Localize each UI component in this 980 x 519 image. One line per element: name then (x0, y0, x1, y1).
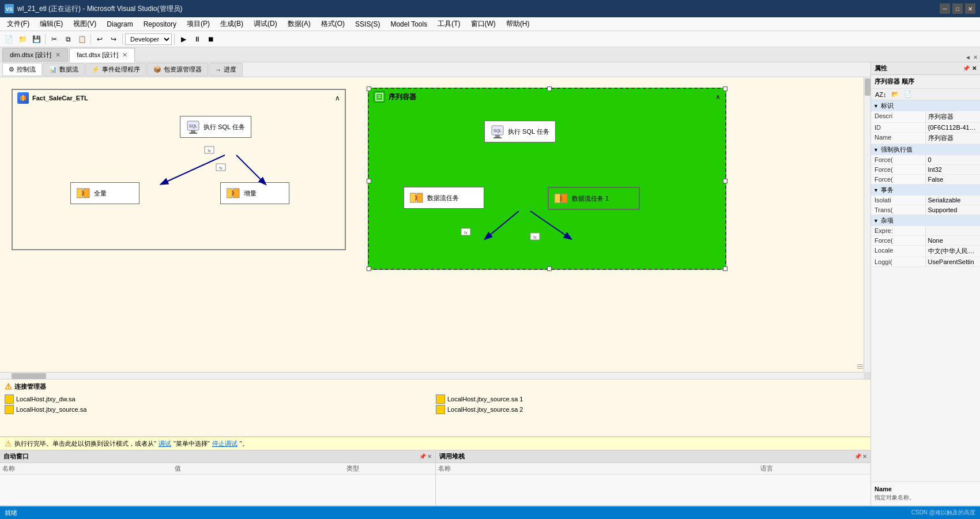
right-dataflow2-task[interactable]: 数据流任务 1 (548, 187, 640, 210)
menu-file[interactable]: 文件(F) (2, 18, 34, 30)
scrollbar-thumb-v[interactable] (865, 78, 870, 96)
stop-button[interactable]: ⏹ (205, 33, 217, 46)
call-table-header: 名称 语言 (436, 463, 871, 475)
forcenone-value: None (926, 236, 981, 245)
resize-handle-ml[interactable] (367, 179, 371, 183)
canvas-scrollbar-v[interactable] (864, 77, 870, 372)
scrollbar-thumb-h[interactable] (12, 373, 46, 379)
left-flow-container[interactable]: Fact_SaleCar_ETL ∧ SQL (12, 89, 346, 250)
menu-ssis[interactable]: SSIS(S) (350, 19, 385, 29)
menu-build[interactable]: 生成(B) (216, 18, 248, 30)
resize-handle-tl[interactable] (367, 86, 371, 91)
canvas-scrollbar-h[interactable] (0, 372, 864, 379)
menu-edit[interactable]: 编辑(E) (35, 18, 67, 30)
props-section-force[interactable]: ▼ 强制执行值 (871, 144, 980, 155)
maximize-button[interactable]: □ (952, 3, 963, 14)
auto-pin-button[interactable]: 📌 (419, 453, 426, 460)
resize-handle-mr[interactable] (723, 179, 728, 183)
copy-button[interactable]: ⧉ (62, 33, 74, 46)
right-container-header: 序列容器 ∧ (369, 89, 725, 105)
props-close[interactable]: ✕ (972, 65, 977, 72)
cut-button[interactable]: ✂ (48, 33, 61, 46)
id-key: ID (871, 123, 926, 132)
menu-repository[interactable]: Repository (139, 19, 181, 29)
minimize-button[interactable]: ─ (940, 3, 950, 14)
window-title: wl_21_etl (正在运行) - Microsoft Visual Stud… (17, 4, 183, 14)
menu-view[interactable]: 视图(V) (69, 18, 101, 30)
close-button[interactable]: ✕ (965, 3, 975, 14)
save-button[interactable]: 💾 (30, 33, 43, 46)
right-sql-task[interactable]: SQL 执行 SQL 任务 (484, 121, 556, 142)
resize-handle-tm[interactable] (547, 86, 552, 91)
props-property-pages[interactable]: 📄 (902, 90, 914, 99)
menu-format[interactable]: 格式(O) (316, 18, 349, 30)
undo-button[interactable]: ↩ (93, 33, 106, 46)
menu-help[interactable]: 帮助(H) (502, 18, 534, 30)
auto-window-content (0, 475, 435, 505)
logging-key: Loggi( (871, 257, 926, 266)
doc-tab-fact[interactable]: fact.dtsx [设计] ✕ (69, 48, 135, 62)
redo-button[interactable]: ↪ (107, 33, 120, 46)
configuration-dropdown[interactable]: Developer (125, 33, 172, 45)
info-link-stop[interactable]: 停止调试 (212, 439, 238, 448)
doc-tab-close-all[interactable]: ✕ (973, 54, 978, 61)
paste-button[interactable]: 📋 (76, 33, 88, 46)
conn-item-0: LocalHost.jtxy_dw.sa (5, 394, 435, 404)
props-sort-cat[interactable]: 📂 (889, 90, 901, 99)
right-flow-container[interactable]: 序列容器 ∧ SQL (368, 88, 726, 270)
left-quanliang-task[interactable]: 全量 (70, 182, 140, 204)
right-container-collapse[interactable]: ∧ (715, 93, 721, 101)
doc-tab-dim[interactable]: dim.dtsx [设计] ✕ (2, 48, 68, 62)
doc-close-fact[interactable]: ✕ (122, 51, 127, 58)
dataflow-icon: 📊 (49, 66, 57, 73)
menu-project[interactable]: 项目(P) (182, 18, 214, 30)
descri-key: Descri (871, 111, 926, 122)
left-zengliang-task[interactable]: 增量 (220, 182, 289, 204)
menu-tools[interactable]: 工具(T) (433, 18, 465, 30)
design-tab-pkgexplorer[interactable]: 📦 包资源管理器 (147, 63, 208, 76)
zengliang-icon (227, 186, 240, 200)
open-button[interactable]: 📁 (16, 33, 29, 46)
zengliang-label: 增量 (244, 189, 257, 198)
menu-modeltools[interactable]: Model Tools (386, 19, 432, 29)
dataflow2-label: 数据流任务 1 (572, 194, 609, 203)
props-sort-az[interactable]: AZ↕ (873, 90, 888, 99)
name-value: 序列容器 (926, 133, 981, 144)
right-dataflow1-task[interactable]: 数据流任务 (404, 187, 484, 209)
watermark: CSDN @难以触及的高度 (911, 509, 975, 517)
run-button[interactable]: ▶ (177, 33, 190, 46)
svg-rect-21 (77, 189, 82, 198)
doc-close-dim[interactable]: ✕ (55, 51, 61, 58)
call-pin-button[interactable]: 📌 (854, 453, 861, 460)
design-tab-eventhandler[interactable]: ⚡ 事件处理程序 (85, 63, 146, 76)
new-button[interactable]: 📄 (2, 33, 15, 46)
auto-close-button[interactable]: ✕ (427, 453, 432, 460)
info-link-debug[interactable]: 调试 (159, 439, 171, 448)
resize-handle-bm[interactable] (547, 266, 552, 271)
resize-handle-tr[interactable] (723, 86, 728, 91)
left-container-collapse[interactable]: ∧ (335, 94, 340, 102)
design-tab-progress[interactable]: → 进度 (209, 63, 243, 76)
props-section-identity[interactable]: ▼ 标识 (871, 100, 980, 111)
menu-diagram[interactable]: Diagram (102, 19, 137, 29)
menu-data[interactable]: 数据(A) (283, 18, 315, 30)
call-close-button[interactable]: ✕ (862, 453, 867, 460)
resize-handle-bl[interactable] (367, 266, 371, 271)
props-section-misc[interactable]: ▼ 杂项 (871, 215, 980, 226)
trans-key: Trans( (871, 205, 926, 215)
resize-handle-br[interactable] (723, 266, 728, 271)
menu-debug[interactable]: 调试(D) (249, 18, 282, 30)
props-pin[interactable]: 📌 (963, 65, 970, 72)
left-sql-task[interactable]: SQL 执行 SQL 任务 (180, 116, 251, 138)
props-section-trans[interactable]: ▼ 事务 (871, 185, 980, 195)
design-tab-dataflow[interactable]: 📊 数据流 (43, 63, 85, 76)
force-label: 强制执行值 (881, 145, 913, 154)
pause-button[interactable]: ⏸ (191, 33, 203, 46)
sql-task-icon: SQL (186, 120, 200, 134)
canvas: fx fx fx fx (0, 77, 870, 379)
canvas-resize-handle[interactable] (857, 360, 864, 372)
menu-window[interactable]: 窗口(W) (466, 18, 500, 30)
props-title: 属性 (875, 64, 887, 73)
design-tab-controlflow[interactable]: ⚙ 控制流 (2, 63, 42, 76)
doc-tab-pin[interactable]: ◄ (965, 54, 971, 61)
